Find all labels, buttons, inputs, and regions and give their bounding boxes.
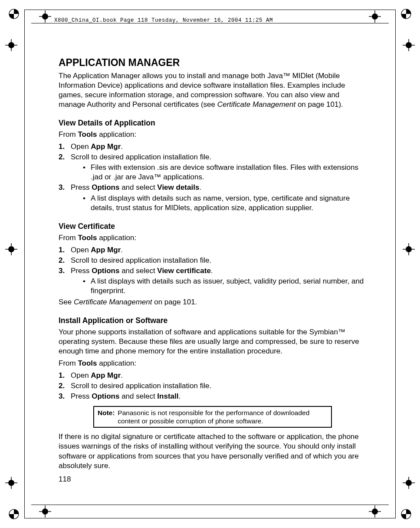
from-line: From Tools application: <box>59 359 367 368</box>
page-title: APPLICATION MANAGER <box>59 56 367 69</box>
crop-line <box>24 10 396 10</box>
corner-mark-icon <box>9 9 19 19</box>
page-content: APPLICATION MANAGER The Application Mana… <box>59 56 367 473</box>
text-bold: App Mgr <box>91 142 121 151</box>
step-item: 2. Scroll to desired application install… <box>59 381 367 391</box>
text-bold: App Mgr <box>91 371 121 380</box>
text-bold: View details <box>157 183 199 191</box>
text: . <box>211 267 213 275</box>
text-bold: Tools <box>78 359 97 367</box>
from-line: From Tools application: <box>59 233 367 243</box>
text-bold: App Mgr <box>91 246 121 254</box>
text: . <box>121 246 123 254</box>
corner-mark-icon <box>401 9 411 19</box>
text: application: <box>97 130 136 139</box>
after-note-paragraph: If there is no digital signature or cert… <box>59 432 367 470</box>
text-bold: Options <box>92 183 119 191</box>
note-body: Panasonic is not responsible for the per… <box>118 409 317 426</box>
text: Press <box>71 267 92 275</box>
crop-line <box>395 10 396 518</box>
text: From <box>59 359 78 367</box>
registration-mark-icon <box>5 477 17 489</box>
registration-mark-icon <box>369 505 381 518</box>
bullet-list: A list displays with details such as nam… <box>71 194 367 213</box>
step-list: 1. Open App Mgr. 2. Scroll to desired ap… <box>59 142 367 213</box>
step-number: 1. <box>59 245 65 255</box>
crop-line <box>24 10 25 518</box>
bullet-item: A list displays with details such as nam… <box>71 194 367 213</box>
text: From <box>59 130 78 139</box>
registration-mark-icon <box>39 505 51 518</box>
text-bold: Tools <box>78 130 97 139</box>
registration-mark-icon <box>39 10 51 23</box>
text-bold: View certificate <box>157 267 210 275</box>
crop-line <box>31 505 389 505</box>
text: and select <box>119 183 157 191</box>
registration-mark-icon <box>5 39 17 51</box>
text-bold: Options <box>92 267 119 275</box>
text: and select <box>119 392 157 400</box>
text: . <box>178 392 180 400</box>
step-number: 3. <box>59 266 65 276</box>
bullet-list: Files with extension .sis are device sof… <box>71 163 367 182</box>
corner-mark-icon <box>9 509 19 519</box>
step-item: 1. Open App Mgr. <box>59 371 367 380</box>
text: . <box>121 142 123 151</box>
text-bold: Install <box>157 392 178 400</box>
section-heading: View Certificate <box>59 221 367 231</box>
step-item: 3. Press Options and select Install. <box>59 392 367 401</box>
text: From <box>59 234 78 242</box>
text: application: <box>97 359 136 367</box>
step-number: 1. <box>59 142 65 152</box>
text-bold: Tools <box>78 234 97 242</box>
intro-paragraph: The Application Manager allows you to in… <box>59 71 367 109</box>
text: Open <box>71 371 91 380</box>
step-item: 3. Press Options and select View certifi… <box>59 266 367 296</box>
section-heading: Install Application or Software <box>59 316 367 326</box>
step-item: 1. Open App Mgr. <box>59 142 367 152</box>
intro-paragraph: Your phone supports installation of soft… <box>59 327 367 356</box>
registration-mark-icon <box>369 10 381 23</box>
bullet-list: A list displays with details such as iss… <box>71 277 367 296</box>
step-item: 1. Open App Mgr. <box>59 245 367 255</box>
step-item: 3. Press Options and select View details… <box>59 183 367 212</box>
text: See <box>59 298 74 306</box>
note-label: Note: <box>98 409 116 417</box>
text: and select <box>119 267 157 275</box>
bullet-item: A list displays with details such as iss… <box>71 277 367 296</box>
step-number: 3. <box>59 183 65 192</box>
text: Open <box>71 142 91 151</box>
bullet-item: Files with extension .sis are device sof… <box>71 163 367 182</box>
step-item: 2. Scroll to desired application install… <box>59 152 367 182</box>
from-line: From Tools application: <box>59 130 367 139</box>
step-list: 1. Open App Mgr. 2. Scroll to desired ap… <box>59 371 367 401</box>
see-line: See Certificate Management on page 101. <box>59 297 367 307</box>
crop-line <box>24 518 396 518</box>
step-number: 2. <box>59 381 65 391</box>
text: Open <box>71 246 91 254</box>
step-item: 2. Scroll to desired application install… <box>59 256 367 265</box>
text: Scroll to desired application installati… <box>71 153 211 161</box>
text: on page 101. <box>152 298 197 306</box>
registration-mark-icon <box>5 243 17 255</box>
text: . <box>121 371 123 380</box>
text: Scroll to desired application installati… <box>71 382 211 390</box>
section-heading: View Details of Application <box>59 118 367 128</box>
text: on page 101). <box>295 100 343 109</box>
text-bold: Options <box>92 392 119 400</box>
step-number: 3. <box>59 392 65 401</box>
page-header: X800_China_OI.book Page 118 Tuesday, Nov… <box>54 17 273 23</box>
text: Press <box>71 392 92 400</box>
text: . <box>199 183 201 191</box>
page-number: 118 <box>59 475 71 484</box>
text-italic: Certificate Management <box>217 100 295 109</box>
note-box: Note: Panasonic is not responsible for t… <box>93 406 332 428</box>
text-italic: Certificate Management <box>74 298 152 306</box>
registration-mark-icon <box>403 39 415 51</box>
step-number: 1. <box>59 371 65 380</box>
registration-mark-icon <box>403 243 415 255</box>
corner-mark-icon <box>401 509 411 519</box>
text: application: <box>97 234 136 242</box>
text: Scroll to desired application installati… <box>71 256 211 264</box>
step-number: 2. <box>59 256 65 265</box>
